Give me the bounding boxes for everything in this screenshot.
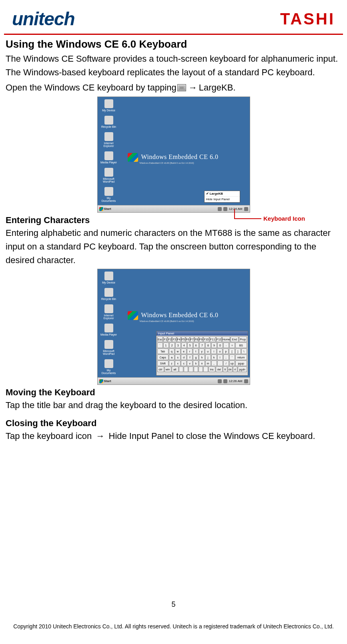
keyboard-key: F5 — [181, 336, 185, 342]
keyboard-key: b — [193, 360, 199, 366]
screenshot-desktop-2: My Device Recycle Bin Internet Explorer … — [97, 269, 250, 385]
keyboard-key: Prop — [239, 336, 247, 342]
icon-label: Recycle Bin — [101, 125, 116, 128]
keyboard-key: F11 — [210, 336, 216, 342]
keyboard-row: Capsasdfghjkl;'return — [157, 354, 247, 360]
keyboard-key: ` — [157, 342, 163, 348]
keyboard-key: = — [229, 342, 235, 348]
keyboard-key: r — [187, 348, 193, 354]
tray-icon — [244, 207, 248, 211]
keyboard-key: y — [199, 348, 205, 354]
icon-label: Internet Explorer — [100, 142, 118, 147]
sip-option-largekb: ✔ LargeKB — [205, 191, 240, 197]
keyboard-key: up — [229, 360, 235, 366]
keyboard-key: 5 — [187, 342, 193, 348]
keyboard-key: . — [217, 360, 223, 366]
desktop-icon: My Documents — [100, 359, 118, 374]
tray-icon — [244, 379, 248, 383]
keyboard-key: 7 — [199, 342, 205, 348]
keyboard-icon-callout: Keyboard Icon — [263, 215, 305, 222]
start-flag-icon — [99, 207, 103, 211]
keyboard-key: F4 — [177, 336, 181, 342]
system-tray: 12:24 AM — [218, 207, 248, 211]
callout-label-wrap: Keyboard Icon — [263, 215, 305, 222]
section2-body: Entering alphabetic and numeric characte… — [6, 226, 341, 267]
system-tray: 12:26 AM — [218, 379, 248, 383]
keyboard-key: 8 — [205, 342, 211, 348]
icon-label: My Device — [102, 109, 115, 112]
keyboard-key: g — [193, 354, 199, 360]
logo-unitech: unitech — [12, 8, 75, 30]
start-button: Start — [99, 379, 111, 383]
desktop-icon: Internet Explorer — [100, 132, 118, 147]
open-kb-instruction: Open the Windows CE keyboard by tapping … — [6, 81, 341, 94]
keyboard-key: Home — [222, 336, 230, 342]
keyboard-key: m — [205, 360, 211, 366]
tap-text-post: LargeKB. — [199, 81, 236, 94]
desktop-icons: My Device Recycle Bin Internet Explorer … — [100, 272, 118, 385]
arrow-icon: → — [96, 431, 104, 441]
keyboard-key: ctrl — [157, 366, 164, 372]
keyboard-key: Tab — [157, 348, 168, 354]
icon-label: Internet Explorer — [100, 314, 118, 320]
clock: 12:26 AM — [229, 379, 243, 383]
keyboard-key: n — [199, 360, 205, 366]
screenshot2-container: My Device Recycle Bin Internet Explorer … — [6, 269, 341, 385]
keyboard-key: \ — [241, 348, 247, 354]
page-header: unitech TASHI — [4, 8, 343, 35]
start-button: Start — [99, 207, 111, 211]
copyright-footer: Copyright 2010 Unitech Electronics Co., … — [0, 623, 347, 630]
close-text-post: Hide Input Panel to close the Windows CE… — [106, 431, 315, 441]
banner-text: Windows Embedded CE 6.0 — [141, 153, 219, 160]
keyboard-key: o — [217, 348, 223, 354]
keyboard-key: [ — [229, 348, 235, 354]
keyboard-key: f — [187, 354, 193, 360]
keyboard-key: ] — [235, 348, 241, 354]
keyboard-key: v — [187, 360, 193, 366]
keyboard-rows: EscF1F2F3F4F5F6F7F8F9F10F11F12HomeEndPro… — [156, 336, 248, 373]
keyboard-key: e — [181, 348, 187, 354]
keyboard-titlebar: Input Panel — [156, 331, 248, 336]
keyboard-key — [194, 366, 198, 372]
keyboard-key: rt — [233, 366, 237, 372]
screenshot1-container: My Device Recycle Bin Internet Explorer … — [6, 97, 341, 213]
keyboard-row: ctrlwinaltinsdelltdnrtpgdn — [157, 366, 247, 372]
keyboard-key — [203, 366, 208, 372]
keyboard-key: Esc — [157, 336, 163, 342]
banner-sub: Windows Embedded CE v6.00 (Build 0 on Oc… — [140, 162, 219, 164]
callout-line — [234, 218, 261, 219]
keyboard-key: return — [235, 354, 247, 360]
keyboard-key: Caps — [157, 354, 169, 360]
icon-label: My Device — [102, 281, 115, 284]
desktop-icon: My Documents — [100, 187, 118, 202]
taskbar: Start 12:24 AM — [98, 205, 250, 212]
keyboard-key: j — [205, 354, 211, 360]
section-title-using-kb: Using the Windows CE 6.0 Keyboard — [6, 38, 341, 50]
keyboard-key: a — [169, 354, 175, 360]
page-number: 5 — [0, 600, 347, 609]
windows-flag-icon — [128, 311, 138, 320]
tray-icon — [218, 379, 222, 383]
clock: 12:24 AM — [229, 207, 243, 211]
desktop-icon: Microsoft WordPad — [100, 168, 118, 183]
keyboard-row: EscF1F2F3F4F5F6F7F8F9F10F11F12HomeEndPro… — [157, 336, 247, 342]
keyboard-key: dn — [228, 366, 232, 372]
keyboard-row: `1234567890-=BS — [157, 342, 247, 348]
keyboard-key: win — [164, 366, 171, 372]
keyboard-key: k — [211, 354, 217, 360]
tray-kb-icon — [223, 379, 227, 383]
arrow-icon: → — [189, 81, 197, 94]
keyboard-key: u — [205, 348, 211, 354]
keyboard-key: F10 — [203, 336, 209, 342]
keyboard-key: lt — [223, 366, 227, 372]
icon-label: My Documents — [100, 369, 118, 374]
keyboard-key: i — [211, 348, 217, 354]
banner-text: Windows Embedded CE 6.0 — [141, 312, 219, 318]
keyboard-key: del — [216, 366, 223, 372]
keyboard-key: 1 — [163, 342, 169, 348]
banner-sub: Windows Embedded CE v6.00 (Build 0 on Oc… — [140, 320, 219, 322]
icon-label: Media Player — [100, 333, 117, 336]
keyboard-key: t — [193, 348, 199, 354]
desktop-icon: Recycle Bin — [100, 288, 118, 300]
keyboard-key: x — [175, 360, 181, 366]
